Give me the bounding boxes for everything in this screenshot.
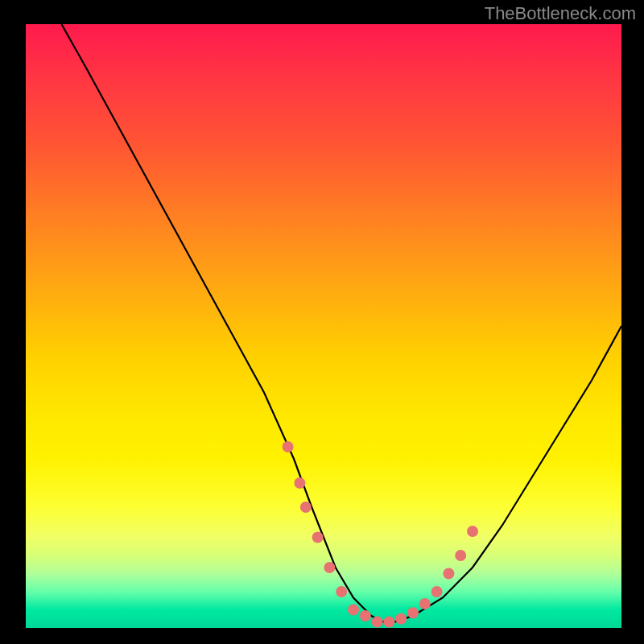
curve-dot <box>467 526 478 537</box>
curve-dot <box>443 568 454 580</box>
curve-dot <box>419 598 431 609</box>
curve-dot <box>348 605 359 616</box>
chart-plot-area <box>26 24 621 628</box>
curve-dot <box>383 617 394 628</box>
curve-dot <box>455 550 466 561</box>
curve-dot <box>407 607 419 618</box>
curve-dot <box>324 562 335 573</box>
watermark-text: TheBottleneck.com <box>485 3 636 24</box>
curve-dot <box>372 617 383 628</box>
chart-svg <box>26 24 621 628</box>
curve-dot <box>395 613 407 625</box>
curve-dots <box>283 441 478 628</box>
bottleneck-curve <box>61 24 621 622</box>
curve-dot <box>312 532 324 543</box>
curve-dot <box>431 586 443 597</box>
curve-dot <box>300 502 312 513</box>
curve-dot <box>294 477 305 489</box>
curve-dot <box>336 586 347 597</box>
curve-dot <box>360 610 371 621</box>
curve-dot <box>283 441 294 452</box>
